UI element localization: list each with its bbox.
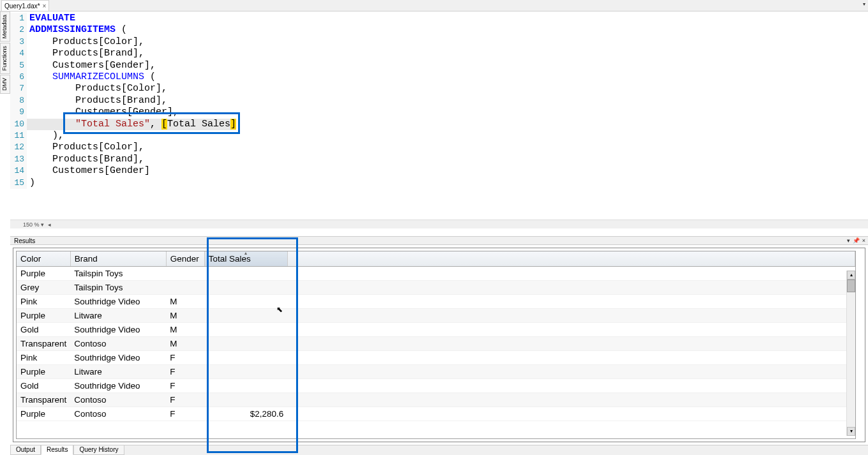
close-icon[interactable]: × [43, 3, 47, 10]
code-text[interactable]: Products[Color], [27, 142, 144, 153]
code-line[interactable]: 1EVALUATE [10, 13, 868, 24]
table-cell: Contoso [70, 337, 166, 351]
table-cell: Pink [17, 295, 70, 309]
line-number: 14 [10, 165, 27, 177]
code-text[interactable]: EVALUATE [27, 13, 75, 24]
line-number: 4 [10, 48, 27, 59]
table-cell [204, 323, 287, 337]
table-cell [204, 379, 287, 393]
line-number: 7 [10, 83, 27, 94]
table-row[interactable]: TransparentContosoM [17, 337, 855, 351]
table-row[interactable]: GreyTailspin Toys [17, 281, 855, 295]
table-cell: Pink [17, 351, 70, 365]
code-line[interactable]: 9 Customers[Gender], [10, 107, 868, 118]
table-row[interactable]: TransparentContosoF [17, 393, 855, 407]
column-header-total-sales[interactable]: Total Sales [204, 251, 287, 267]
table-row[interactable]: PinkSouthridge VideoF [17, 351, 855, 365]
panel-pin-icon[interactable]: 📌 [853, 237, 860, 244]
panel-close-icon[interactable]: × [862, 237, 865, 244]
code-text[interactable]: "Total Sales", [Total Sales] [27, 119, 236, 130]
column-header-filler [287, 251, 855, 267]
code-text[interactable]: Products[Brand], [27, 95, 167, 107]
table-row[interactable]: GoldSouthridge VideoF [17, 379, 855, 393]
code-text[interactable]: Customers[Gender], [27, 60, 156, 71]
code-line[interactable]: 14 Customers[Gender] [10, 165, 868, 177]
side-tab-functions[interactable]: Functions [0, 43, 10, 74]
code-line[interactable]: 10 "Total Sales", [Total Sales] [10, 119, 868, 130]
side-panel-tabs: MetadataFunctionsDMV [0, 11, 10, 94]
table-row[interactable]: PurpleLitwareF [17, 365, 855, 379]
table-row[interactable]: GoldSouthridge VideoM [17, 323, 855, 337]
zoom-dropdown-icon[interactable]: ▾ [41, 221, 44, 228]
side-tab-dmv[interactable]: DMV [0, 75, 10, 94]
column-header-color[interactable]: Color [17, 251, 70, 267]
code-text[interactable]: SUMMARIZECOLUMNS ( [27, 71, 156, 83]
line-number: 9 [10, 107, 27, 118]
table-cell [204, 393, 287, 407]
results-grid-container: ColorBrandGenderTotal SalesPurpleTailspi… [13, 248, 865, 442]
line-number: 1 [10, 13, 27, 24]
line-number: 5 [10, 60, 27, 71]
code-editor-area[interactable]: 1EVALUATE2ADDMISSINGITEMS (3 Products[Co… [10, 11, 868, 228]
scroll-down-icon[interactable]: ▾ [847, 427, 855, 436]
side-tab-metadata[interactable]: Metadata [0, 11, 10, 42]
code-text[interactable]: ), [27, 130, 64, 142]
code-editor[interactable]: 1EVALUATE2ADDMISSINGITEMS (3 Products[Co… [10, 11, 868, 190]
zoom-level: 150 % [23, 221, 40, 228]
table-row[interactable]: PurpleLitwareM [17, 309, 855, 323]
code-text[interactable]: Customers[Gender], [27, 107, 179, 118]
table-row[interactable]: PinkSouthridge VideoM [17, 295, 855, 309]
results-panel-header: Results ▾ 📌 × [10, 236, 868, 245]
scroll-left-icon[interactable]: ◂ [48, 221, 51, 228]
table-cell: Southridge Video [70, 379, 166, 393]
code-line[interactable]: 8 Products[Brand], [10, 95, 868, 107]
table-cell: M [166, 309, 204, 323]
code-text[interactable]: Products[Brand], [27, 48, 144, 59]
code-line[interactable]: 6 SUMMARIZECOLUMNS ( [10, 71, 868, 83]
scrollbar-thumb[interactable] [847, 280, 855, 292]
table-cell: Purple [17, 309, 70, 323]
code-line[interactable]: 2ADDMISSINGITEMS ( [10, 24, 868, 36]
editor-tab[interactable]: Query1.dax* × [1, 0, 49, 11]
line-number: 12 [10, 142, 27, 153]
table-cell [166, 281, 204, 295]
table-cell: Southridge Video [70, 351, 166, 365]
code-line[interactable]: 13 Products[Brand], [10, 154, 868, 165]
table-cell: M [166, 295, 204, 309]
code-line[interactable]: 5 Customers[Gender], [10, 60, 868, 71]
code-line[interactable]: 3 Products[Color], [10, 36, 868, 48]
code-text[interactable]: Products[Color], [27, 83, 167, 94]
scroll-up-icon[interactable]: ▴ [847, 271, 855, 280]
tab-dropdown-icon[interactable]: ▾ [863, 1, 865, 7]
bottom-tab-results[interactable]: Results [41, 445, 73, 455]
zoom-bar: 150 % ▾ ◂ [10, 220, 868, 228]
column-header-gender[interactable]: Gender [166, 251, 204, 267]
code-line[interactable]: 4 Products[Brand], [10, 48, 868, 59]
table-cell: F [166, 351, 204, 365]
code-line[interactable]: 11 ), [10, 130, 868, 142]
code-text[interactable]: Customers[Gender] [27, 165, 150, 177]
code-line[interactable]: 12 Products[Color], [10, 142, 868, 153]
bottom-tab-query-history[interactable]: Query History [73, 445, 124, 455]
table-cell: Contoso [70, 407, 166, 421]
table-cell: M [166, 323, 204, 337]
bottom-tab-output[interactable]: Output [10, 445, 41, 455]
code-text[interactable]: ADDMISSINGITEMS ( [27, 24, 127, 36]
table-row[interactable]: PurpleTailspin Toys [17, 267, 855, 281]
code-line[interactable]: 7 Products[Color], [10, 83, 868, 94]
table-cell: M [166, 337, 204, 351]
vertical-scrollbar[interactable]: ▴ ▾ [846, 271, 855, 436]
table-cell: Southridge Video [70, 295, 166, 309]
code-text[interactable]: Products[Color], [27, 36, 144, 48]
table-cell: $2,280.6 [204, 407, 287, 421]
column-header-brand[interactable]: Brand [70, 251, 166, 267]
table-row[interactable]: PurpleContosoF$2,280.6 [17, 407, 855, 421]
results-grid[interactable]: ColorBrandGenderTotal SalesPurpleTailspi… [16, 251, 856, 439]
line-number: 10 [10, 119, 27, 130]
table-cell: F [166, 407, 204, 421]
panel-dropdown-icon[interactable]: ▾ [847, 237, 850, 244]
code-text[interactable]: Products[Brand], [27, 154, 144, 165]
table-cell: Litware [70, 365, 166, 379]
code-line[interactable]: 15) [10, 177, 868, 189]
code-text[interactable]: ) [27, 177, 35, 189]
